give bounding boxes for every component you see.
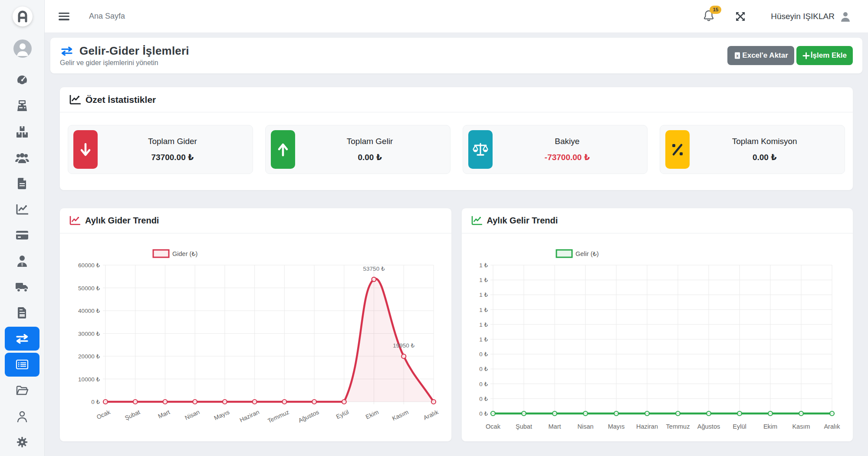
svg-text:1 ₺: 1 ₺: [479, 336, 488, 343]
sidebar-item-suppliers[interactable]: [0, 274, 44, 300]
topbar: Ana Sayfa 15 Hüseyin IŞIKLAR: [45, 0, 868, 33]
sidebar-item-files[interactable]: [0, 377, 44, 404]
sidebar-item-documents[interactable]: [0, 171, 44, 197]
sidebar-item-products[interactable]: [0, 119, 44, 145]
svg-text:30000 ₺: 30000 ₺: [78, 331, 100, 337]
svg-text:1 ₺: 1 ₺: [479, 307, 488, 313]
stats-row: Toplam Gider 73700.00 ₺ Toplam Ge: [60, 112, 853, 190]
svg-text:Haziran: Haziran: [238, 408, 260, 423]
user-avatar[interactable]: [13, 39, 32, 58]
plus-icon: [802, 52, 810, 59]
user-icon[interactable]: [840, 11, 851, 22]
stat-card-total-income: Toplam Gelir 0.00 ₺: [265, 125, 450, 174]
svg-text:50000 ₺: 50000 ₺: [78, 285, 100, 292]
sidebar-item-personnel[interactable]: [0, 248, 44, 274]
svg-text:1 ₺: 1 ₺: [479, 277, 488, 283]
svg-text:Kasım: Kasım: [792, 423, 810, 430]
arrow-down-icon: [73, 130, 98, 169]
users-icon: [15, 152, 30, 164]
logo-a-icon: [16, 10, 29, 23]
svg-text:Ağustos: Ağustos: [297, 408, 320, 424]
income-trend-chart: 1 ₺1 ₺1 ₺1 ₺1 ₺1 ₺0 ₺0 ₺0 ₺0 ₺0 ₺OcakŞub…: [462, 233, 854, 442]
document-icon: [17, 177, 27, 190]
expense-trend-card: Aylık Gider Trendi 60000 ₺50000 ₺40000 ₺…: [59, 208, 452, 442]
sidebar-item-transaction-list-active[interactable]: [5, 353, 39, 377]
add-transaction-button[interactable]: İşlem Ekle: [796, 46, 853, 65]
svg-text:53750 ₺: 53750 ₺: [363, 266, 385, 272]
sidebar-item-cash-register[interactable]: [0, 93, 44, 119]
svg-text:Mart: Mart: [548, 423, 561, 430]
svg-text:0 ₺: 0 ₺: [479, 396, 488, 402]
chart-line-icon: [69, 95, 81, 105]
svg-text:Ocak: Ocak: [486, 423, 501, 430]
svg-text:20000 ₺: 20000 ₺: [78, 353, 100, 360]
svg-text:Şubat: Şubat: [516, 423, 532, 430]
svg-text:1 ₺: 1 ₺: [479, 292, 488, 298]
dashboard-icon: [16, 74, 29, 86]
stat-label: Toplam Gelir: [347, 137, 393, 146]
svg-text:Nisan: Nisan: [184, 408, 201, 421]
avatar-person-icon: [13, 39, 32, 58]
folder-open-icon: [16, 385, 29, 396]
svg-text:10000 ₺: 10000 ₺: [78, 376, 100, 383]
svg-text:Şubat: Şubat: [124, 408, 141, 421]
sidebar-item-transactions-active[interactable]: [5, 327, 39, 351]
stat-label: Toplam Komisyon: [732, 137, 797, 146]
svg-text:Ocak: Ocak: [95, 408, 112, 421]
balance-scale-icon: [468, 130, 493, 169]
svg-text:0 ₺: 0 ₺: [91, 399, 100, 405]
svg-text:Ağustos: Ağustos: [697, 423, 720, 430]
svg-text:0 ₺: 0 ₺: [479, 410, 488, 417]
stat-label: Toplam Gider: [148, 137, 197, 146]
sidebar-item-invoices[interactable]: [0, 300, 44, 326]
svg-text:40000 ₺: 40000 ₺: [78, 308, 100, 314]
summary-stats-header: Özet İstatistikler: [60, 87, 853, 112]
svg-text:0 ₺: 0 ₺: [479, 366, 488, 372]
svg-text:Ekim: Ekim: [763, 423, 777, 430]
sidebar-item-payments[interactable]: [0, 223, 44, 249]
percent-icon: [665, 130, 690, 169]
page-title: Gelir-Gider İşlemleri: [79, 44, 189, 58]
svg-text:0 ₺: 0 ₺: [479, 381, 488, 387]
svg-text:0 ₺: 0 ₺: [479, 351, 488, 358]
app-logo[interactable]: [13, 7, 33, 26]
notification-badge: 15: [710, 6, 721, 14]
expense-trend-header: Aylık Gider Trendi: [60, 208, 451, 233]
sidebar-item-dashboard[interactable]: [0, 67, 44, 93]
expand-arrows-icon: [735, 11, 746, 22]
truck-icon: [15, 282, 29, 293]
svg-text:1 ₺: 1 ₺: [479, 262, 488, 269]
sidebar-item-profile[interactable]: [0, 404, 44, 430]
stat-card-total-commission: Toplam Komisyon 0.00 ₺: [660, 125, 845, 174]
chart-line-icon: [16, 204, 28, 215]
stat-value: 0.00 ₺: [358, 152, 381, 162]
sidebar-nav: [0, 67, 44, 455]
list-icon: [16, 359, 29, 370]
user-name: Hüseyin IŞIKLAR: [771, 12, 835, 21]
sidebar-item-settings[interactable]: [0, 429, 44, 455]
svg-text:Aralık: Aralık: [824, 423, 840, 430]
fullscreen-button[interactable]: [735, 11, 746, 22]
svg-text:Aralık: Aralık: [422, 408, 440, 421]
sidebar-item-reports[interactable]: [0, 197, 44, 223]
notifications-button[interactable]: 15: [703, 10, 714, 23]
menu-toggle-button[interactable]: [59, 13, 69, 20]
summary-stats-title: Özet İstatistikler: [85, 95, 156, 105]
svg-text:Eylül: Eylül: [733, 423, 746, 430]
export-excel-button[interactable]: x Excel'e Aktar: [727, 46, 794, 65]
sidebar-item-customers[interactable]: [0, 145, 44, 171]
boxes-icon: [16, 126, 29, 138]
stat-card-total-expense: Toplam Gider 73700.00 ₺: [68, 125, 253, 174]
stat-value: 73700.00 ₺: [151, 152, 194, 162]
page-header-left: Gelir-Gider İşlemleri Gelir ve gider işl…: [60, 44, 189, 67]
breadcrumb: Ana Sayfa: [89, 12, 125, 21]
credit-card-icon: [16, 230, 29, 240]
svg-text:Mayıs: Mayıs: [608, 423, 625, 430]
chart-line-icon: [69, 216, 80, 225]
svg-text:x: x: [736, 53, 739, 58]
expense-trend-chart: 60000 ₺50000 ₺40000 ₺30000 ₺20000 ₺10000…: [60, 233, 451, 442]
exchange-icon: [60, 46, 74, 56]
file-invoice-icon: [17, 307, 27, 319]
arrow-up-icon: [271, 130, 295, 169]
chart-line-icon: [471, 216, 482, 225]
